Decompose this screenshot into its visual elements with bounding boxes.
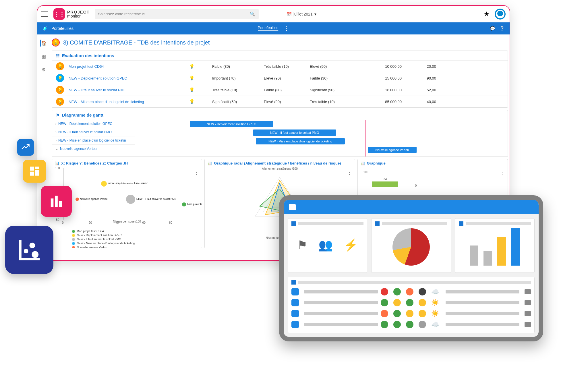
list-item[interactable]: ☁️ bbox=[291, 286, 531, 297]
item-icon bbox=[291, 310, 299, 317]
chevron-down-icon: ▾ bbox=[314, 12, 316, 16]
status-chip bbox=[393, 288, 401, 295]
search-box[interactable]: 🔍 bbox=[95, 9, 259, 19]
gantt-today-line bbox=[365, 120, 365, 156]
rail-home-icon[interactable]: 🏠 bbox=[40, 40, 47, 47]
status-chip bbox=[381, 299, 388, 306]
tile-bar-chart-icon bbox=[41, 186, 72, 217]
d2-list-card: ☁️ ☀️ ☀️ ☁️ bbox=[288, 277, 535, 333]
chart-icon: 📊 bbox=[361, 161, 365, 165]
bulb-icon: 💡 bbox=[189, 99, 212, 104]
eval-row[interactable]: 💡 NEW - Mise en place d'un logiciel de t… bbox=[52, 96, 508, 107]
eval-row[interactable]: 💡 NEW - Il faut sauver le soldat PMO 💡 T… bbox=[52, 84, 508, 96]
status-chip bbox=[381, 310, 388, 317]
chart-icon: 📊 bbox=[55, 161, 59, 165]
comment-icon[interactable] bbox=[525, 311, 531, 316]
bulb-icon: 💡 bbox=[189, 64, 212, 69]
weather-icon: ☁️ bbox=[431, 321, 443, 328]
panel-eval-title: Evaluation des intentions bbox=[62, 53, 114, 58]
gantt-bar[interactable]: NEW - Déploiement solution GPEC bbox=[190, 121, 273, 127]
radar-title: Graphique radar (Alignement stratégique … bbox=[214, 161, 341, 165]
tile-dashboard-icon bbox=[23, 160, 46, 183]
scatter-point[interactable] bbox=[126, 195, 135, 204]
eval-row[interactable]: 💡 Mon projet test CD64 💡 Faible (30)Très… bbox=[52, 60, 508, 72]
page-title: 3) COMITE D'ARBITRAGE - TDB des intentio… bbox=[63, 39, 210, 46]
tile-scatter-icon bbox=[5, 226, 53, 274]
list-item[interactable]: ☀️ bbox=[291, 308, 531, 319]
project-name[interactable]: NEW - Il faut sauver le soldat PMO bbox=[69, 88, 189, 92]
gantt-bar[interactable]: Nouvelle agence Vertou bbox=[368, 147, 417, 153]
gantt-row-label[interactable]: NEW - Déploiement solution GPEC bbox=[52, 120, 135, 128]
gantt-bar[interactable]: NEW - Mise en place d'un logiciel de tic… bbox=[256, 138, 345, 144]
list-item[interactable]: ☀️ bbox=[291, 297, 531, 308]
chart-icon: 📊 bbox=[208, 161, 212, 165]
d2-topbar bbox=[284, 200, 539, 214]
scatter-point[interactable] bbox=[76, 198, 79, 201]
chart-menu-icon[interactable]: ⋮ bbox=[500, 171, 505, 177]
status-chip bbox=[381, 321, 388, 328]
scatter-legend: Mon projet test CD64NEW - Déploiement so… bbox=[72, 229, 199, 248]
bar-ytick: 100 bbox=[363, 171, 368, 174]
menu-icon[interactable] bbox=[41, 11, 48, 17]
scatter-title: X: Risque Y: Bénéfices Z: Charges JH bbox=[61, 161, 128, 165]
search-icon[interactable]: 🔍 bbox=[250, 11, 255, 17]
panel-scatter: 📊X: Risque Y: Bénéfices Z: Charges JH ⋮ … bbox=[52, 159, 202, 248]
calendar-icon: 📅 bbox=[287, 12, 292, 16]
status-chip bbox=[393, 310, 401, 317]
section-bar: Portefeuilles Portefeuilles ⋮ 💬 ❔ bbox=[37, 22, 510, 34]
status-chip bbox=[406, 288, 413, 295]
user-avatar[interactable] bbox=[495, 9, 506, 20]
row-avatar-icon: 💡 bbox=[56, 86, 64, 94]
page-title-row: 💡 3) COMITE D'ARBITRAGE - TDB des intent… bbox=[37, 34, 510, 51]
chat-icon[interactable]: 💬 bbox=[490, 26, 495, 31]
more-icon[interactable]: ⋮ bbox=[284, 25, 289, 32]
project-name[interactable]: Mon projet test CD64 bbox=[69, 64, 189, 69]
scatter-point[interactable] bbox=[182, 202, 186, 206]
status-chip bbox=[393, 321, 401, 328]
rail-settings-icon[interactable]: ⚙ bbox=[40, 66, 47, 73]
rail-grid-icon[interactable]: ▦ bbox=[40, 53, 47, 60]
radar-top-label: Alignement stratégique /100 bbox=[208, 167, 352, 170]
pie-chart bbox=[392, 228, 430, 266]
row-avatar-icon: 💡 bbox=[56, 98, 64, 106]
date-picker[interactable]: 📅 juillet 2021 ▾ bbox=[287, 12, 316, 16]
item-icon bbox=[291, 299, 299, 306]
status-chip bbox=[406, 321, 413, 328]
favorite-icon[interactable]: ★ bbox=[484, 10, 490, 18]
item-icon bbox=[291, 288, 299, 295]
grid-icon bbox=[291, 221, 296, 226]
d2-card-icons: ⚑ 👥 ⚡ bbox=[288, 218, 367, 273]
status-chip bbox=[381, 288, 388, 295]
status-chip bbox=[393, 299, 401, 306]
comment-icon[interactable] bbox=[525, 289, 531, 294]
comment-icon[interactable] bbox=[525, 300, 531, 305]
row-avatar-icon: 💡 bbox=[56, 74, 64, 82]
bulb-icon: 💡 bbox=[189, 76, 212, 81]
logo: ⋮⋮ PROJECT monitor bbox=[53, 8, 90, 20]
bar bbox=[470, 246, 478, 266]
weather-icon: ☁️ bbox=[431, 288, 443, 295]
gantt-bar[interactable]: NEW - Il faut sauver le soldat PMO bbox=[253, 129, 336, 136]
panel-gantt-title: Diagramme de gantt bbox=[62, 113, 103, 117]
flag-icon: ⚑ bbox=[56, 113, 60, 117]
search-input[interactable] bbox=[98, 12, 250, 16]
project-name[interactable]: NEW - Déploiement solution GPEC bbox=[69, 76, 189, 80]
bar-1: 23 bbox=[372, 181, 398, 187]
help-icon[interactable]: ❔ bbox=[500, 26, 504, 31]
comment-icon[interactable] bbox=[525, 322, 531, 327]
gantt-row-label[interactable]: Nouvelle agence Vertou bbox=[52, 145, 135, 153]
tab-portefeuilles[interactable]: Portefeuilles bbox=[258, 26, 278, 31]
scatter-point[interactable] bbox=[101, 181, 107, 187]
weather-icon: ☀️ bbox=[431, 299, 443, 306]
list-icon: ☷ bbox=[56, 53, 60, 58]
status-chip bbox=[406, 310, 413, 317]
gantt-row-label[interactable]: NEW - Il faut sauver le soldat PMO bbox=[52, 128, 135, 136]
list-item[interactable]: ☁️ bbox=[291, 319, 531, 330]
project-name[interactable]: NEW - Mise en place d'un logiciel de tic… bbox=[69, 100, 189, 104]
status-chip bbox=[406, 299, 413, 306]
device-preview: ⚑ 👥 ⚡ ☁️ ☀️ bbox=[279, 195, 543, 341]
status-chip bbox=[419, 299, 426, 306]
people-icon: 👥 bbox=[318, 238, 333, 252]
gantt-row-label[interactable]: NEW - Mise en place d'un logiciel de tic… bbox=[52, 136, 135, 145]
eval-row[interactable]: 💡 NEW - Déploiement solution GPEC 💡 Impo… bbox=[52, 72, 508, 84]
